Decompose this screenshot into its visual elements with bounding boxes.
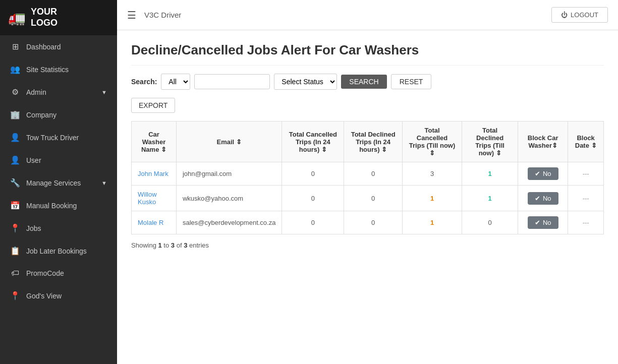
sidebar-item-company[interactable]: 🏢 Company — [0, 103, 117, 126]
company-icon: 🏢 — [10, 110, 20, 119]
col-email[interactable]: Email ⇕ — [176, 122, 282, 162]
site-statistics-icon: 👥 — [10, 65, 20, 74]
col-car-washer-name[interactable]: Car Washer Name ⇕ — [132, 122, 177, 162]
sidebar-item-site-statistics[interactable]: 👥 Site Statistics — [0, 58, 117, 81]
cell-cancelled-till: 1 — [402, 186, 462, 211]
cell-cancelled-24: 0 — [282, 186, 344, 211]
data-table-wrapper: Car Washer Name ⇕ Email ⇕ Total Cancelle… — [131, 121, 604, 234]
sidebar-item-dashboard[interactable]: ⊞ Dashboard — [0, 35, 117, 58]
sidebar-item-label: Job Later Bookings — [26, 247, 87, 255]
block-no-button[interactable]: ✔ No — [528, 167, 558, 180]
col-cancelled-till[interactable]: Total Cancelled Trips (Till now) ⇕ — [402, 122, 462, 162]
pagination-info: Showing 1 to 3 of 3 entries — [131, 241, 604, 249]
table-row: John Mark john@gmail.com 0 0 3 1 ✔ No --… — [132, 162, 604, 186]
cell-declined-24: 0 — [344, 211, 403, 234]
sidebar-item-job-later-bookings[interactable]: 📋 Job Later Bookings — [0, 239, 117, 262]
logo-icon: 🚛 — [8, 10, 26, 26]
status-select[interactable]: Select Status Active Inactive Blocked — [274, 74, 337, 90]
cell-block-status: ✔ No — [518, 186, 568, 211]
cell-email: sales@cyberdevelopment.co.za — [176, 211, 282, 234]
washer-name-link[interactable]: John Mark — [138, 170, 168, 177]
cell-name: Molale R — [132, 211, 177, 234]
sidebar-item-label: Dashboard — [26, 43, 61, 51]
export-button[interactable]: EXPORT — [131, 98, 175, 113]
topbar-left: ☰ V3C Driver — [127, 9, 181, 21]
job-later-icon: 📋 — [10, 246, 20, 256]
admin-icon: ⚙ — [10, 87, 20, 97]
table-row: Molale R sales@cyberdevelopment.co.za 0 … — [132, 211, 604, 234]
washer-name-link[interactable]: Molale R — [138, 219, 163, 226]
chevron-down-icon: ▼ — [101, 89, 107, 95]
search-category-select[interactable]: All — [161, 74, 190, 90]
search-bar: Search: All Select Status Active Inactiv… — [131, 74, 604, 90]
cell-email: john@gmail.com — [176, 162, 282, 186]
col-declined-till[interactable]: Total Declined Trips (Till now) ⇕ — [462, 122, 518, 162]
cell-name: Willow Kusko — [132, 186, 177, 211]
cell-declined-till: 0 — [462, 211, 518, 234]
dashboard-icon: ⊞ — [10, 42, 20, 51]
col-declined-24[interactable]: Total Declined Trips (In 24 hours) ⇕ — [344, 122, 403, 162]
showing-text: Showing — [131, 241, 156, 249]
tow-truck-icon: 👤 — [10, 133, 20, 142]
sidebar-item-manual-booking[interactable]: 📅 Manual Booking — [0, 194, 117, 217]
washer-name-link[interactable]: Willow Kusko — [138, 191, 157, 206]
sidebar-item-user[interactable]: 👤 User — [0, 149, 117, 171]
cell-block-status: ✔ No — [518, 162, 568, 186]
search-label: Search: — [131, 78, 157, 86]
manual-booking-icon: 📅 — [10, 201, 20, 210]
hamburger-icon[interactable]: ☰ — [127, 9, 136, 21]
sidebar-item-admin[interactable]: ⚙ Admin ▼ — [0, 81, 117, 103]
cell-cancelled-24: 0 — [282, 211, 344, 234]
search-button[interactable]: SEARCH — [341, 75, 386, 89]
cell-cancelled-till: 1 — [402, 211, 462, 234]
cell-declined-till: 1 — [462, 162, 518, 186]
cell-block-date: --- — [568, 162, 604, 186]
topbar: ☰ V3C Driver ⏻ LOGOUT — [117, 0, 618, 30]
block-no-button[interactable]: ✔ No — [528, 216, 558, 229]
sidebar-item-label: God's View — [26, 292, 62, 300]
logo-text: YOURLOGO — [31, 7, 58, 28]
col-block-date[interactable]: Block Date ⇕ — [568, 122, 604, 162]
page-title: Decline/Cancelled Jobs Alert For Car Was… — [131, 42, 604, 66]
sidebar-item-label: User — [26, 156, 41, 164]
col-block-car-washer[interactable]: Block Car Washer⇕ — [518, 122, 568, 162]
check-icon: ✔ — [535, 170, 540, 177]
search-input[interactable] — [194, 74, 270, 89]
sidebar-item-jobs[interactable]: 📍 Jobs — [0, 217, 117, 239]
power-icon: ⏻ — [561, 11, 568, 19]
logout-label: LOGOUT — [571, 11, 598, 19]
data-table: Car Washer Name ⇕ Email ⇕ Total Cancelle… — [131, 121, 604, 234]
logout-button[interactable]: ⏻ LOGOUT — [551, 7, 608, 23]
gods-view-icon: 📍 — [10, 291, 20, 300]
cell-cancelled-24: 0 — [282, 162, 344, 186]
sidebar-item-label: Admin — [26, 88, 46, 96]
reset-button[interactable]: RESET — [391, 74, 432, 89]
cell-block-date: --- — [568, 211, 604, 234]
cell-declined-24: 0 — [344, 162, 403, 186]
user-icon: 👤 — [10, 155, 20, 165]
sidebar-item-manage-services[interactable]: 🔧 Manage Services ▼ — [0, 171, 117, 194]
col-cancelled-24[interactable]: Total Cancelled Trips (In 24 hours) ⇕ — [282, 122, 344, 162]
sidebar-item-label: Tow Truck Driver — [26, 134, 79, 142]
sidebar-item-label: PromoCode — [26, 269, 64, 277]
table-row: Willow Kusko wkusko@yahoo.com 0 0 1 1 ✔ … — [132, 186, 604, 211]
sidebar-item-label: Jobs — [26, 224, 41, 232]
to-num: 3 — [171, 241, 175, 249]
entries-label: entries — [189, 241, 209, 249]
sidebar-item-label: Site Statistics — [26, 66, 69, 74]
manage-services-icon: 🔧 — [10, 178, 20, 188]
cell-block-status: ✔ No — [518, 211, 568, 234]
sidebar-item-promo-code[interactable]: 🏷 PromoCode — [0, 262, 117, 284]
jobs-icon: 📍 — [10, 223, 20, 233]
check-icon: ✔ — [535, 219, 540, 226]
cell-email: wkusko@yahoo.com — [176, 186, 282, 211]
sidebar-item-label: Company — [26, 111, 57, 119]
block-no-button[interactable]: ✔ No — [528, 192, 558, 205]
sidebar-item-tow-truck-driver[interactable]: 👤 Tow Truck Driver — [0, 126, 117, 149]
sidebar-item-gods-view[interactable]: 📍 God's View — [0, 284, 117, 307]
main-area: ☰ V3C Driver ⏻ LOGOUT Decline/Cancelled … — [117, 0, 618, 364]
promo-code-icon: 🏷 — [10, 269, 20, 278]
cell-block-date: --- — [568, 186, 604, 211]
cell-name: John Mark — [132, 162, 177, 186]
page-content: Decline/Cancelled Jobs Alert For Car Was… — [117, 30, 618, 364]
